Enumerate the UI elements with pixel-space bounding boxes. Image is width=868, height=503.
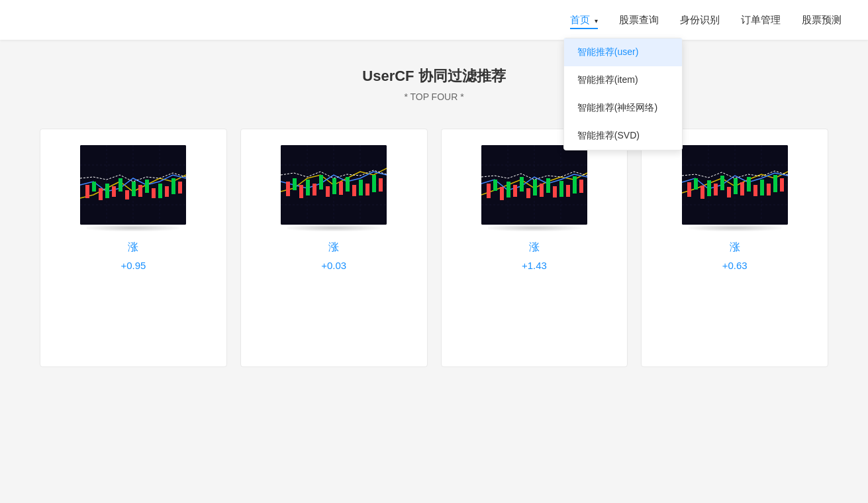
main-content: UserCF 协同过滤推荐 * TOP FOUR * — [0, 40, 868, 503]
dropdown-item-recommend-item[interactable]: 智能推荐(item) — [564, 66, 682, 94]
svg-rect-78 — [720, 176, 724, 190]
header: 首页 ▾ 智能推荐(user) 智能推荐(item) 智能推荐(神经网络) 智能… — [0, 0, 868, 40]
svg-rect-76 — [707, 180, 711, 196]
svg-rect-56 — [520, 177, 524, 192]
svg-rect-73 — [687, 182, 691, 197]
svg-rect-55 — [513, 185, 517, 197]
card-label-3[interactable]: 涨 — [529, 241, 540, 254]
svg-rect-10 — [105, 184, 109, 198]
svg-rect-20 — [171, 178, 175, 194]
svg-rect-51 — [487, 184, 491, 198]
nav-item-stock-predict[interactable]: 股票预测 — [802, 11, 842, 29]
svg-rect-82 — [747, 177, 751, 192]
page-subtitle: * TOP FOUR * — [40, 91, 828, 102]
nav-item-identity[interactable]: 身份识别 — [680, 11, 720, 29]
stock-card-2: 涨 +0.03 — [240, 129, 428, 367]
svg-rect-15 — [138, 185, 142, 197]
svg-rect-16 — [145, 180, 149, 193]
svg-rect-61 — [553, 186, 557, 197]
svg-rect-63 — [566, 185, 570, 197]
svg-rect-58 — [533, 180, 537, 196]
svg-rect-14 — [132, 182, 136, 196]
svg-rect-42 — [372, 175, 376, 192]
nav-item-stock-query[interactable]: 股票查询 — [619, 11, 659, 29]
svg-rect-60 — [546, 178, 550, 193]
svg-rect-12 — [119, 178, 122, 192]
svg-rect-43 — [379, 178, 383, 192]
svg-rect-33 — [313, 184, 316, 196]
svg-rect-65 — [579, 180, 583, 193]
nav: 首页 ▾ 智能推荐(user) 智能推荐(item) 智能推荐(神经网络) 智能… — [570, 11, 842, 29]
svg-rect-13 — [125, 190, 129, 199]
nav-item-home[interactable]: 首页 ▾ 智能推荐(user) 智能推荐(item) 智能推荐(神经网络) 智能… — [570, 11, 598, 29]
card-label-4[interactable]: 涨 — [730, 241, 740, 254]
svg-rect-53 — [500, 187, 504, 200]
svg-rect-18 — [158, 184, 162, 198]
nav-item-order-manage[interactable]: 订单管理 — [741, 11, 781, 29]
svg-rect-87 — [780, 178, 784, 192]
svg-rect-7 — [85, 185, 89, 198]
dropdown-item-recommend-nn[interactable]: 智能推荐(神经网络) — [564, 94, 682, 122]
svg-rect-79 — [727, 187, 731, 197]
svg-rect-37 — [339, 182, 343, 195]
svg-rect-40 — [359, 180, 363, 196]
svg-rect-81 — [740, 182, 744, 196]
stock-card-1: 涨 +0.95 — [40, 129, 227, 367]
svg-rect-62 — [559, 181, 563, 197]
svg-rect-85 — [767, 184, 771, 196]
svg-rect-32 — [306, 180, 310, 196]
svg-rect-8 — [92, 182, 96, 192]
card-image-1 — [80, 145, 186, 225]
card-image-4 — [682, 145, 788, 225]
card-image-3 — [481, 145, 587, 225]
svg-rect-30 — [293, 178, 297, 190]
svg-rect-57 — [526, 188, 530, 198]
svg-rect-74 — [694, 178, 698, 190]
svg-rect-36 — [332, 178, 336, 194]
cards-grid: 涨 +0.95 — [40, 129, 828, 367]
svg-rect-59 — [540, 184, 544, 197]
stock-card-4: 涨 +0.63 — [641, 129, 828, 367]
dropdown-item-recommend-svd[interactable]: 智能推荐(SVD) — [564, 122, 682, 150]
svg-rect-38 — [346, 177, 350, 192]
svg-rect-31 — [299, 185, 303, 198]
card-image-2 — [281, 145, 387, 225]
svg-rect-35 — [326, 186, 330, 197]
svg-rect-77 — [714, 184, 718, 196]
svg-rect-41 — [365, 184, 369, 196]
card-value-4: +0.63 — [722, 260, 747, 271]
svg-rect-29 — [286, 182, 290, 196]
svg-rect-19 — [165, 186, 169, 197]
svg-rect-34 — [319, 175, 323, 190]
svg-rect-39 — [352, 185, 356, 196]
card-value-2: +0.03 — [321, 260, 346, 271]
svg-rect-9 — [99, 188, 103, 200]
stock-card-3: 涨 +1.43 — [441, 129, 628, 367]
svg-rect-83 — [753, 185, 757, 196]
svg-rect-64 — [573, 176, 577, 194]
home-dropdown: 智能推荐(user) 智能推荐(item) 智能推荐(神经网络) 智能推荐(SV… — [563, 38, 683, 150]
svg-rect-21 — [178, 182, 182, 194]
card-value-1: +0.95 — [121, 260, 146, 271]
page-title: UserCF 协同过滤推荐 — [40, 66, 828, 86]
svg-rect-84 — [760, 180, 764, 196]
nav-label-home: 首页 — [570, 14, 590, 25]
svg-rect-80 — [734, 178, 738, 194]
card-value-3: +1.43 — [522, 260, 547, 271]
card-label-1[interactable]: 涨 — [128, 241, 138, 254]
dropdown-item-recommend-user[interactable]: 智能推荐(user) — [564, 38, 682, 66]
svg-rect-54 — [506, 182, 510, 197]
svg-rect-11 — [112, 186, 116, 197]
svg-rect-75 — [700, 186, 704, 199]
svg-rect-17 — [152, 188, 156, 198]
svg-rect-86 — [773, 175, 777, 192]
chevron-down-icon: ▾ — [595, 17, 598, 25]
card-label-2[interactable]: 涨 — [328, 241, 339, 254]
svg-rect-52 — [493, 180, 497, 191]
